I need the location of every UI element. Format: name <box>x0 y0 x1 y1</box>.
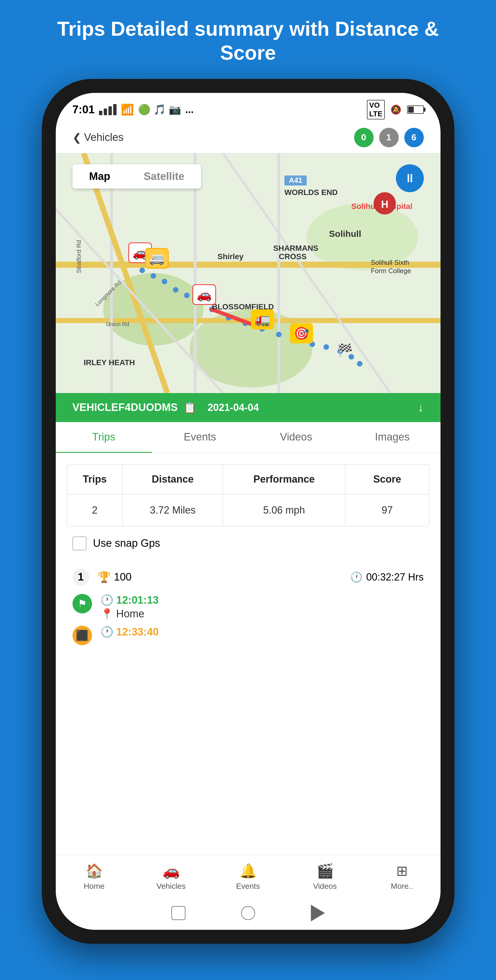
more-icon: ⊞ <box>396 863 408 879</box>
status-time: 7:01 <box>73 103 95 116</box>
mute-icon: 🔕 <box>390 104 402 115</box>
map-toggle[interactable]: Map Satellite <box>73 164 201 189</box>
back-button[interactable]: ❮ Vehicles <box>73 131 124 144</box>
home-icon: 🏠 <box>86 863 103 879</box>
svg-text:Stratford Rd: Stratford Rd <box>75 240 82 273</box>
vehicle-icon: 📋 <box>183 401 196 414</box>
svg-point-17 <box>173 287 178 293</box>
trip-trophy: 🏆 100 <box>98 571 132 583</box>
nav-vehicles[interactable]: 🚗 Vehicles <box>133 855 210 896</box>
svg-text:Solihull Sixth: Solihull Sixth <box>371 259 409 266</box>
cell-trips: 2 <box>67 494 123 526</box>
vehicle-id-text: VEHICLEF4DUODMS <box>73 401 178 414</box>
volte-indicator: VOLTE <box>367 100 385 119</box>
svg-text:Solihull: Solihull <box>329 229 361 239</box>
recents-system-button[interactable] <box>311 905 325 921</box>
svg-point-24 <box>276 332 281 337</box>
finish-flag: 🏁 <box>337 343 353 357</box>
svg-point-18 <box>184 293 189 298</box>
table-row: 2 3.72 Miles 5.06 mph 97 <box>67 494 429 526</box>
badge-1[interactable]: 1 <box>379 128 399 147</box>
phone-screen: 7:01 📶 🟢 🎵 📷 ... VOLTE 🔕 ❮ Vehicles <box>56 93 440 930</box>
trophy-icon: 🏆 <box>98 571 111 583</box>
satellite-button[interactable]: Satellite <box>127 164 201 189</box>
location-icon-start: 📍 <box>100 608 113 620</box>
download-icon[interactable]: ↓ <box>418 401 424 414</box>
nav-bar: ❮ Vehicles 0 1 6 <box>56 122 440 153</box>
status-left: 7:01 📶 🟢 🎵 📷 ... <box>73 103 194 116</box>
vehicle-id: VEHICLEF4DUODMS 📋 2021-04-04 <box>73 401 259 414</box>
status-bar: 7:01 📶 🟢 🎵 📷 ... VOLTE 🔕 <box>56 93 440 122</box>
end-info: 🕐 12:33:40 <box>100 626 159 638</box>
svg-text:IRLEY HEATH: IRLEY HEATH <box>84 358 135 367</box>
badge-2[interactable]: 6 <box>404 128 424 147</box>
trip-end: ⬛ 🕐 12:33:40 <box>73 626 424 645</box>
start-location: 📍 Home <box>100 608 159 620</box>
svg-text:Union Rd: Union Rd <box>106 321 129 327</box>
data-table: Trips Distance Performance Score 2 3.72 … <box>67 464 429 527</box>
truck-marker: 🚛 <box>251 309 274 329</box>
app-icons: 🟢 🎵 📷 <box>138 104 181 116</box>
status-right: VOLTE 🔕 <box>367 100 423 119</box>
content-tabs: Trips Events Videos Images <box>56 422 440 453</box>
svg-text:WORLDS END: WORLDS END <box>285 188 338 197</box>
snap-gps-checkbox[interactable] <box>73 536 86 550</box>
map-container[interactable]: A41 <box>56 153 440 393</box>
nav-home[interactable]: 🏠 Home <box>56 855 133 896</box>
start-icon: ⚑ <box>73 594 92 613</box>
end-time: 🕐 12:33:40 <box>100 626 159 638</box>
page-header: Trips Detailed summary with Distance & S… <box>0 0 496 79</box>
tab-images[interactable]: Images <box>344 422 440 453</box>
svg-point-14 <box>139 267 145 273</box>
table-header: Trips Distance Performance Score <box>67 465 429 494</box>
nav-home-label: Home <box>84 882 105 891</box>
map-button[interactable]: Map <box>73 164 127 189</box>
steering-marker: 🎯 <box>290 323 313 344</box>
van-marker: 🚐 <box>145 248 169 269</box>
clock-icon: 🕐 <box>350 571 363 583</box>
svg-point-30 <box>357 361 362 367</box>
car-marker-2: 🚗 <box>192 284 216 305</box>
nav-events[interactable]: 🔔 Events <box>210 855 287 896</box>
system-nav <box>56 896 440 930</box>
bottom-nav: 🏠 Home 🚗 Vehicles 🔔 Events 🎬 Videos ⊞ Mo… <box>56 855 440 896</box>
col-score: Score <box>345 465 429 494</box>
clock-icon-start: 🕐 <box>100 594 113 606</box>
more-dots: ... <box>185 104 194 116</box>
trip-start: ⚑ 🕐 12:01:13 📍 Home <box>73 594 424 620</box>
home-system-button[interactable] <box>241 906 255 920</box>
col-performance: Performance <box>223 465 345 494</box>
wifi-icon: 📶 <box>121 103 134 116</box>
nav-more[interactable]: ⊞ More.. <box>364 855 440 896</box>
svg-text:Shirley: Shirley <box>218 252 244 261</box>
tab-trips[interactable]: Trips <box>56 422 152 453</box>
phone-shell: 7:01 📶 🟢 🎵 📷 ... VOLTE 🔕 ❮ Vehicles <box>42 79 455 944</box>
tab-events[interactable]: Events <box>152 422 248 453</box>
svg-text:SHARMANS: SHARMANS <box>273 244 318 253</box>
cell-distance: 3.72 Miles <box>123 494 223 526</box>
tab-videos[interactable]: Videos <box>248 422 344 453</box>
duration-text: 00:32:27 Hrs <box>366 571 423 583</box>
vehicle-date: 2021-04-04 <box>207 402 259 414</box>
badge-0[interactable]: 0 <box>354 128 374 147</box>
pause-icon: ⏸ <box>404 172 416 185</box>
back-arrow-icon: ❮ <box>73 131 81 144</box>
signal-bars <box>99 104 116 115</box>
snap-gps-label: Use snap Gps <box>93 537 160 549</box>
trip-score: 100 <box>114 571 132 583</box>
videos-icon: 🎬 <box>316 863 334 879</box>
svg-text:Form College: Form College <box>371 267 411 275</box>
svg-text:A41: A41 <box>289 176 302 185</box>
play-button[interactable]: ⏸ <box>396 164 424 192</box>
svg-text:CROSS: CROSS <box>279 252 307 261</box>
nav-vehicles-label: Vehicles <box>156 882 185 891</box>
trip-entry: 1 🏆 100 🕐 00:32:27 Hrs ⚑ 🕐 12:01:13 <box>56 560 440 659</box>
nav-videos[interactable]: 🎬 Videos <box>287 855 364 896</box>
col-trips: Trips <box>67 465 123 494</box>
cell-score: 97 <box>345 494 429 526</box>
col-distance: Distance <box>123 465 223 494</box>
trip-number: 1 <box>73 569 89 585</box>
trip-duration: 🕐 00:32:27 Hrs <box>350 571 423 583</box>
back-system-button[interactable] <box>172 906 185 920</box>
clock-icon-end: 🕐 <box>100 626 113 638</box>
